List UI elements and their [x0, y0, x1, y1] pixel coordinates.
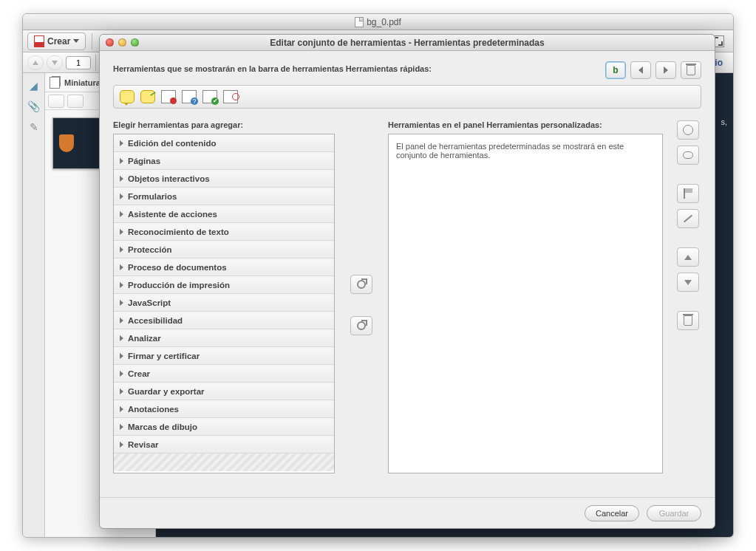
remove-button[interactable]: [677, 311, 699, 330]
category-label: Reconocimiento de texto: [128, 227, 229, 236]
category-row[interactable]: Marcas de dibujo: [114, 418, 334, 436]
create-button[interactable]: Crear: [27, 32, 86, 50]
toolset-select-button[interactable]: b: [605, 61, 626, 79]
disclosure-triangle-icon: [120, 194, 123, 199]
category-row[interactable]: Crear: [114, 365, 334, 383]
signatures-icon[interactable]: ✎: [27, 120, 41, 134]
sticky-note-tool-icon[interactable]: [120, 90, 134, 103]
disclosure-triangle-icon: [120, 389, 123, 394]
category-row[interactable]: Reconocimiento de texto: [114, 223, 334, 241]
category-row[interactable]: Formularios: [114, 188, 334, 205]
page-export-tool-icon[interactable]: [223, 90, 238, 103]
edit-toolset-dialog: Editar conjunto de herramientas - Herram…: [99, 34, 715, 529]
category-row[interactable]: Anotaciones: [114, 400, 334, 418]
category-label: Guardar y exportar: [128, 387, 205, 396]
disclosure-triangle-icon: [120, 353, 123, 359]
save-button[interactable]: Guardar: [647, 505, 701, 521]
category-row[interactable]: Producción de impresión: [114, 276, 334, 294]
highlight-tool-icon[interactable]: [140, 90, 155, 103]
triangle-left-icon: [638, 66, 643, 74]
document-title: bg_0.pdf: [367, 17, 401, 27]
page-down-button[interactable]: [47, 55, 63, 70]
category-row[interactable]: Accesibilidad: [114, 312, 334, 329]
triangle-down-icon: [684, 280, 692, 285]
document-icon: [355, 17, 364, 27]
gear-right-icon: [357, 321, 366, 330]
dialog-titlebar[interactable]: Editar conjunto de herramientas - Herram…: [100, 35, 715, 51]
chain-icon: [683, 151, 693, 159]
disclosure-triangle-icon: [120, 371, 123, 377]
toolbar-separator: [95, 55, 96, 71]
left-heading: Elegir herramientas para agregar:: [113, 120, 335, 129]
move-down-button[interactable]: [677, 273, 699, 292]
category-label: Objetos interactivos: [128, 174, 210, 183]
category-row[interactable]: Objetos interactivos: [114, 170, 334, 188]
disclosure-triangle-icon: [120, 282, 123, 288]
section-button[interactable]: [677, 120, 699, 140]
page-number-input[interactable]: [66, 56, 91, 69]
trash-icon: [687, 65, 695, 75]
add-to-panel-button[interactable]: [350, 316, 372, 335]
category-row[interactable]: Edición del contenido: [114, 134, 334, 152]
disclosure-triangle-icon: [120, 158, 123, 164]
thumb-options-button[interactable]: [48, 95, 64, 108]
bookmark-icon[interactable]: ◢: [27, 79, 41, 92]
add-to-toolbar-button[interactable]: [350, 275, 372, 294]
right-column: Herramientas en el panel Herramientas pe…: [388, 120, 663, 490]
category-row[interactable]: Firmar y certificar: [114, 347, 334, 365]
category-label: Proceso de documentos: [128, 263, 227, 272]
dropdown-arrow-icon: [73, 39, 79, 43]
category-label: Edición del contenido: [128, 139, 216, 148]
category-row[interactable]: Analizar: [114, 329, 334, 347]
category-label: Páginas: [128, 157, 160, 165]
thumb-view-button[interactable]: [67, 95, 84, 108]
divider-button[interactable]: [677, 184, 699, 203]
compass-icon: [683, 125, 693, 135]
custom-tools-panel[interactable]: El panel de herramientas predeterminadas…: [388, 134, 663, 473]
pencil-icon: [684, 215, 692, 223]
disclosure-triangle-icon: [120, 176, 123, 182]
delete-page-tool-icon[interactable]: [161, 90, 176, 103]
left-column: Elegir herramientas para agregar: Edició…: [113, 120, 335, 490]
shield-icon: [59, 134, 74, 152]
page-info-tool-icon[interactable]: [182, 90, 197, 103]
category-label: Accesibilidad: [128, 316, 183, 325]
category-row[interactable]: Protección: [114, 241, 334, 259]
toolset-nav-controls: b: [605, 61, 701, 79]
link-button[interactable]: [677, 146, 699, 165]
toolbar-separator: [92, 33, 92, 49]
dialog-title: Editar conjunto de herramientas - Herram…: [100, 38, 715, 48]
category-row[interactable]: JavaScript: [114, 294, 334, 312]
side-buttons-column: [675, 120, 701, 490]
category-label: Revisar: [128, 440, 159, 449]
disclosure-triangle-icon: [120, 318, 123, 324]
page-approve-tool-icon[interactable]: [202, 90, 217, 103]
category-row[interactable]: Proceso de documentos: [114, 259, 334, 276]
cancel-button[interactable]: Cancelar: [585, 505, 639, 521]
category-row[interactable]: Asistente de acciones: [114, 205, 334, 223]
prev-toolset-button[interactable]: [630, 61, 651, 79]
next-toolset-button[interactable]: [655, 61, 676, 79]
disclosure-triangle-icon: [120, 211, 123, 217]
category-label: Crear: [128, 369, 150, 378]
attachment-icon[interactable]: 📎: [27, 100, 41, 113]
category-row[interactable]: Revisar: [114, 436, 334, 454]
edit-button[interactable]: [677, 209, 699, 228]
disclosure-triangle-icon: [120, 300, 123, 306]
disclosure-triangle-icon: [120, 229, 123, 235]
move-up-button[interactable]: [677, 247, 699, 267]
category-label: Producción de impresión: [128, 281, 230, 290]
delete-toolset-button[interactable]: [681, 61, 701, 79]
page-up-button[interactable]: [27, 55, 44, 70]
category-label: Marcas de dibujo: [128, 422, 197, 431]
columns: Elegir herramientas para agregar: Edició…: [113, 120, 701, 490]
arrow-down-icon: [52, 61, 58, 65]
categories-list[interactable]: Edición del contenidoPáginasObjetos inte…: [113, 134, 335, 473]
category-label: Asistente de acciones: [128, 210, 217, 219]
disclosure-triangle-icon: [120, 406, 123, 412]
middle-buttons-column: [347, 120, 376, 490]
document-text-fragment: s,: [721, 117, 727, 126]
category-row[interactable]: Guardar y exportar: [114, 383, 334, 400]
pages-icon: [50, 77, 60, 89]
category-row[interactable]: Páginas: [114, 152, 334, 170]
